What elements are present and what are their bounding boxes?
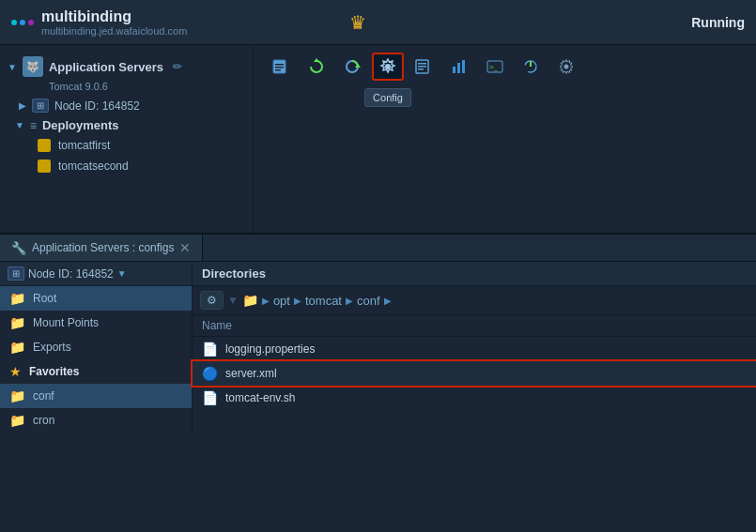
tab-icon: 🔧: [11, 241, 26, 255]
folder-icon: 📁: [9, 340, 25, 355]
svg-rect-11: [418, 68, 424, 70]
svg-rect-13: [457, 63, 460, 73]
svg-rect-1: [275, 64, 284, 66]
node-selector[interactable]: ⊞ Node ID: 164852 ▼: [0, 262, 192, 286]
mount-points-item[interactable]: 📁 Mount Points: [0, 311, 192, 335]
node-text: Node ID: 164852: [28, 267, 114, 281]
file-tree-panel: ⊞ Node ID: 164852 ▼ 📁 Root 📁 Mount Point…: [0, 262, 193, 433]
breadcrumb-sep-1: ▶: [262, 296, 270, 306]
breadcrumb-end: ▶: [384, 296, 392, 306]
app-domain: multibinding.jed.wafaicloud.com: [41, 25, 187, 37]
configs-tab[interactable]: 🔧 Application Servers : configs ✕: [0, 235, 203, 261]
status-badge: Running: [691, 15, 745, 30]
config-tooltip: Config: [364, 88, 411, 107]
file-item-logging[interactable]: 📄 logging.properties: [193, 337, 756, 361]
breadcrumb-opt[interactable]: opt: [273, 294, 290, 308]
middle-bar: ▼ 🐺 Application Servers ✏ Tomcat 9.0.6 ▶…: [0, 45, 756, 233]
logo-dot-cyan: [11, 20, 17, 25]
svg-rect-14: [462, 60, 465, 73]
svg-point-7: [385, 64, 391, 69]
breadcrumb-folder-icon: 📁: [242, 293, 258, 308]
dir-header: Directories: [193, 262, 756, 286]
favorites-label: Favorites: [29, 365, 79, 378]
breadcrumb-conf[interactable]: conf: [357, 294, 380, 308]
cron-item[interactable]: 📁 cron: [0, 408, 192, 433]
expand-arrow: ▼: [8, 62, 17, 72]
folder-icon: 📁: [9, 291, 25, 306]
deploy-arrow: ▼: [15, 120, 24, 130]
edit-button[interactable]: [408, 53, 440, 81]
chart-button[interactable]: [443, 53, 475, 81]
deploy-item-icon-2: [38, 160, 51, 173]
node-label: Node ID: 164852: [54, 99, 140, 113]
dir-header-label: Directories: [202, 266, 266, 281]
svg-marker-6: [355, 64, 361, 68]
svg-rect-12: [453, 67, 455, 73]
conf-label: conf: [33, 389, 54, 403]
right-panel: Config >_: [254, 45, 756, 233]
breadcrumb-sep-2: ▶: [294, 296, 301, 306]
dir-toolbar: ⚙ ▼ 📁 ▶ opt ▶ tomcat ▶ conf ▶: [193, 286, 756, 315]
left-panel: ▼ 🐺 Application Servers ✏ Tomcat 9.0.6 ▶…: [0, 45, 254, 233]
file-button[interactable]: [265, 53, 297, 81]
wolf-icon: 🐺: [23, 56, 43, 77]
conf-item[interactable]: 📁 conf: [0, 384, 192, 408]
settings-button[interactable]: [550, 53, 582, 81]
crown-icon: ♛: [349, 11, 366, 34]
tab-bar: 🔧 Application Servers : configs ✕: [0, 235, 756, 262]
svg-rect-3: [275, 69, 281, 71]
deploy-icon: ≡: [30, 119, 37, 132]
star-icon: ★: [9, 364, 22, 379]
node-arrow: ▶: [19, 100, 26, 111]
section-title: Application Servers: [49, 60, 163, 74]
toolbar-sep: ▼: [227, 294, 239, 307]
node-id-item[interactable]: ▶ ⊞ Node ID: 164852: [0, 96, 253, 115]
root-label: Root: [33, 292, 56, 305]
deploy-item-icon-1: [38, 139, 51, 152]
file-item-server-xml[interactable]: 🔵 server.xml: [193, 361, 756, 386]
terminal-button[interactable]: >_: [479, 53, 511, 81]
logo-dot-blue: [20, 20, 25, 25]
exports-item[interactable]: 📁 Exports: [0, 335, 192, 359]
app-servers-header: ▼ 🐺 Application Servers ✏: [0, 53, 253, 81]
folder-icon: 📁: [9, 413, 25, 428]
app-info: multibinding multibinding.jed.wafaicloud…: [41, 8, 187, 37]
folder-icon: 📁: [9, 388, 25, 403]
deploy-name-2: tomcatsecond: [58, 160, 129, 173]
svg-rect-2: [275, 67, 284, 68]
deployments-header[interactable]: ▼ ≡ Deployments: [0, 115, 253, 135]
toolbar: Config >_: [254, 45, 756, 88]
file-name-server-xml: server.xml: [225, 367, 277, 380]
node-badge: ⊞: [8, 266, 24, 281]
breadcrumb-sep-3: ▶: [346, 296, 353, 306]
refresh-button[interactable]: [301, 53, 332, 81]
file-name-logging: logging.properties: [225, 342, 315, 356]
settings-dir-button[interactable]: ⚙: [200, 291, 224, 310]
deploy-name-1: tomcatfirst: [58, 139, 110, 152]
power-button[interactable]: [515, 53, 547, 81]
tab-label: Application Servers : configs: [32, 241, 174, 254]
reload-button[interactable]: [336, 53, 368, 81]
deployments-label: Deployments: [42, 118, 119, 132]
deploy-item-2[interactable]: tomcatsecond: [0, 156, 253, 176]
top-bar: multibinding multibinding.jed.wafaicloud…: [0, 0, 756, 45]
section-subtitle: Tomcat 9.0.6: [0, 81, 253, 92]
svg-text:>_: >_: [489, 63, 499, 71]
root-item[interactable]: 📁 Root: [0, 286, 192, 311]
config-button[interactable]: [372, 53, 404, 81]
logo: [11, 20, 34, 25]
bottom-content: ⊞ Node ID: 164852 ▼ 📁 Root 📁 Mount Point…: [0, 262, 756, 433]
svg-rect-10: [418, 66, 426, 68]
deploy-item-1[interactable]: tomcatfirst: [0, 135, 253, 156]
tab-close-icon[interactable]: ✕: [179, 240, 191, 255]
breadcrumb-tomcat[interactable]: tomcat: [305, 294, 342, 308]
file-item-tomcat-env[interactable]: 📄 tomcat-env.sh: [193, 386, 756, 410]
mount-points-label: Mount Points: [33, 316, 99, 329]
favorites-item[interactable]: ★ Favorites: [0, 359, 192, 384]
doc-icon: 📄: [202, 342, 218, 357]
xml-icon: 🔵: [202, 366, 218, 381]
cron-label: cron: [33, 414, 54, 427]
file-name-tomcat-env: tomcat-env.sh: [225, 391, 295, 404]
folder-icon: 📁: [9, 315, 25, 330]
svg-marker-4: [314, 58, 319, 62]
